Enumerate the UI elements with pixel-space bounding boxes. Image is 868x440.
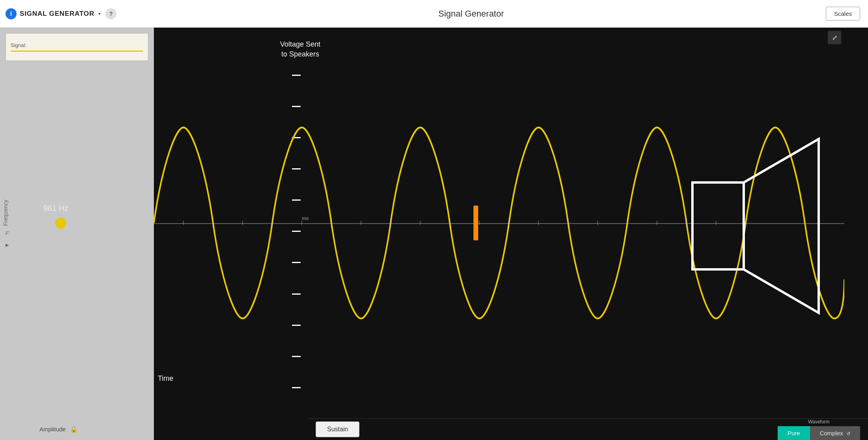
waveform-area: Waveform Pure Complex ↺ [778,419,860,440]
info-icon[interactable]: i [6,8,17,19]
time-label: Time [158,374,173,383]
lock-icon[interactable]: 🔒 [70,425,78,433]
frequency-dot-container: 961 Hz [55,218,66,229]
waveform-buttons: Pure Complex ↺ [778,426,860,440]
amplitude-area: Amplitude 🔒 [0,418,154,440]
speaker-area [667,55,844,397]
side-icon-play[interactable]: ▶ [2,241,12,250]
oscilloscope: Voltage Sent to Speakers [154,28,844,418]
main-display: Voltage Sent to Speakers [154,28,868,440]
svg-rect-20 [473,206,478,241]
frequency-dot[interactable] [55,218,66,229]
frequency-control-area: Frequency 961 Hz F ▶ [0,55,154,416]
expand-icon-symbol: ⤢ [832,34,837,41]
waveform-label: Waveform [808,419,829,425]
frequency-value-label: 961 Hz [43,204,68,213]
frequency-axis-label: Frequency [2,200,9,226]
speaker-svg [685,127,827,325]
bottom-bar: Sustain Waveform Pure Complex ↺ [308,418,868,440]
complex-button[interactable]: Complex ↺ [810,426,860,440]
refresh-icon: ↺ [846,431,850,436]
header-left: i Signal Generator ▾ ? [0,8,116,19]
pure-button[interactable]: Pure [778,426,810,440]
sustain-button[interactable]: Sustain [316,421,359,437]
expand-icon[interactable]: ⤢ [828,31,841,44]
side-icon-frequency[interactable]: F [2,229,12,238]
header-right: Scales [826,7,868,21]
app-title: Signal Generator [20,10,94,18]
signal-label: Signal: [11,42,143,48]
svg-rect-21 [692,182,744,269]
help-icon[interactable]: ? [105,8,116,19]
ms-label: ms [302,215,309,221]
dropdown-arrow-icon[interactable]: ▾ [98,11,101,17]
side-icons: F ▶ [2,229,12,250]
header: i Signal Generator ▾ ? Signal Generator … [0,0,868,28]
signal-line [11,51,143,52]
amplitude-label: Amplitude [39,426,66,432]
left-panel: Signal: Frequency 961 Hz F ▶ Amplitude 🔒 [0,28,154,440]
svg-marker-22 [744,139,819,313]
scales-button[interactable]: Scales [826,7,860,21]
header-title: Signal Generator [116,9,826,19]
